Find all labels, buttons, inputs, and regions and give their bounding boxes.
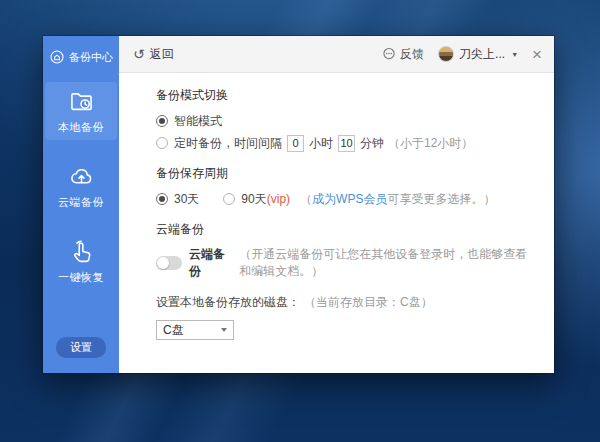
become-wps-member-link[interactable]: 成为WPS会员 bbox=[312, 191, 387, 208]
minutes-input[interactable] bbox=[338, 135, 355, 152]
sidebar-item-label: 云端备份 bbox=[58, 195, 104, 210]
smart-mode-label: 智能模式 bbox=[174, 113, 222, 130]
disk-select-value: C盘 bbox=[163, 322, 184, 339]
topbar-right: 反馈 刀尖上... ▼ × bbox=[382, 46, 542, 63]
cloud-backup-toggle[interactable] bbox=[156, 256, 182, 270]
back-button[interactable]: ↺ 返回 bbox=[133, 46, 174, 63]
retention-90-label: 90天 bbox=[241, 191, 266, 208]
cloud-toggle-row: 云端备份 （开通云端备份可让您在其他设备登录时，也能够查看和编辑文档。） bbox=[156, 246, 536, 280]
retention-options-row: 30天 90天 (vip) （ 成为WPS会员 可享受更多选择。） bbox=[156, 190, 536, 208]
backup-center-window: 备份中心 本地备份 云端备份 bbox=[43, 36, 554, 373]
disk-label: 设置本地备份存放的磁盘： bbox=[156, 294, 300, 311]
toggle-knob bbox=[157, 257, 169, 269]
feedback-label: 反馈 bbox=[400, 46, 424, 63]
local-backup-icon bbox=[68, 88, 95, 115]
hours-input[interactable] bbox=[287, 135, 304, 152]
cloud-toggle-label: 云端备份 bbox=[189, 246, 227, 280]
chevron-down-icon[interactable]: ▼ bbox=[511, 51, 518, 58]
retention-note-open: （ bbox=[300, 191, 312, 208]
timed-backup-row: 定时备份，时间间隔 小时 分钟 （小于12小时） bbox=[156, 134, 536, 152]
retention-30-radio[interactable] bbox=[156, 193, 168, 205]
close-button[interactable]: × bbox=[532, 46, 542, 63]
back-label: 返回 bbox=[150, 46, 174, 63]
sidebar-item-label: 本地备份 bbox=[58, 120, 104, 135]
cloud-backup-icon bbox=[68, 163, 95, 190]
desktop-wallpaper: 备份中心 本地备份 云端备份 bbox=[0, 0, 600, 442]
feedback-button[interactable]: 反馈 bbox=[382, 46, 424, 63]
main-area: ↺ 返回 反馈 刀尖上... ▼ bbox=[119, 36, 554, 373]
section-title: 备份保存周期 bbox=[156, 165, 536, 182]
disk-label-row: 设置本地备份存放的磁盘： （当前存放目录：C盘） bbox=[156, 293, 536, 311]
minutes-unit-label: 分钟 bbox=[360, 135, 384, 152]
feedback-bubble-icon bbox=[382, 47, 396, 61]
disk-select[interactable]: C盘 bbox=[156, 320, 234, 340]
settings-button[interactable]: 设置 bbox=[56, 337, 106, 358]
section-title: 备份模式切换 bbox=[156, 87, 536, 104]
timed-backup-label: 定时备份，时间间隔 bbox=[174, 135, 282, 152]
section-retention: 备份保存周期 30天 90天 (vip) （ 成为WPS会员 可享受更多选择。） bbox=[156, 165, 536, 208]
topbar: ↺ 返回 反馈 刀尖上... ▼ bbox=[119, 36, 554, 73]
smart-mode-radio[interactable] bbox=[156, 115, 168, 127]
vip-tag: (vip) bbox=[267, 192, 290, 206]
section-disk: 设置本地备份存放的磁盘： （当前存放目录：C盘） C盘 bbox=[156, 293, 536, 340]
backup-center-icon bbox=[49, 49, 65, 65]
smart-mode-row: 智能模式 bbox=[156, 112, 536, 130]
retention-30-label: 30天 bbox=[174, 191, 199, 208]
cloud-backup-note: （开通云端备份可让您在其他设备登录时，也能够查看和编辑文档。） bbox=[239, 246, 536, 280]
section-title: 云端备份 bbox=[156, 221, 536, 238]
section-backup-mode: 备份模式切换 智能模式 定时备份，时间间隔 小时 分钟 （小于12小时） bbox=[156, 87, 536, 152]
select-chevron-icon bbox=[221, 328, 227, 332]
user-avatar[interactable] bbox=[438, 46, 454, 62]
username[interactable]: 刀尖上... bbox=[459, 46, 505, 63]
timed-backup-radio[interactable] bbox=[156, 137, 168, 149]
sidebar-item-one-click-restore[interactable]: 一键恢复 bbox=[45, 232, 117, 290]
sidebar-item-label: 一键恢复 bbox=[58, 270, 104, 285]
sidebar-item-local-backup[interactable]: 本地备份 bbox=[45, 82, 117, 140]
back-icon: ↺ bbox=[133, 47, 145, 61]
sidebar: 备份中心 本地备份 云端备份 bbox=[43, 36, 119, 373]
section-cloud-backup: 云端备份 云端备份 （开通云端备份可让您在其他设备登录时，也能够查看和编辑文档。… bbox=[156, 221, 536, 280]
backup-center-title: 备份中心 bbox=[69, 50, 113, 65]
hours-unit-label: 小时 bbox=[309, 135, 333, 152]
one-click-restore-icon bbox=[68, 238, 95, 265]
retention-90-radio[interactable] bbox=[223, 193, 235, 205]
sidebar-item-cloud-backup[interactable]: 云端备份 bbox=[45, 157, 117, 215]
backup-center-logo: 备份中心 bbox=[49, 49, 113, 65]
disk-current-note: （当前存放目录：C盘） bbox=[304, 294, 433, 311]
retention-note-rest: 可享受更多选择。） bbox=[387, 191, 495, 208]
timed-backup-note: （小于12小时） bbox=[388, 135, 473, 152]
settings-content: 备份模式切换 智能模式 定时备份，时间间隔 小时 分钟 （小于12小时） bbox=[119, 73, 554, 373]
